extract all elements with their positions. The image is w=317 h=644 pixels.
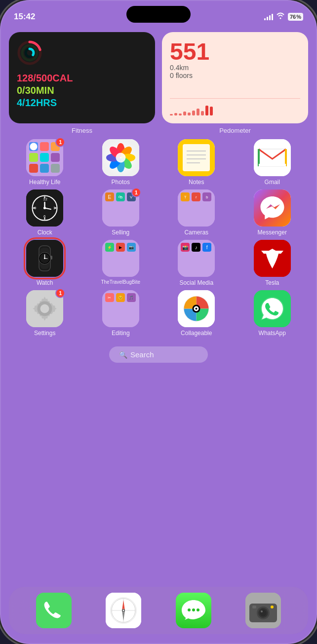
ped-floors: 0 floors (170, 72, 300, 79)
pedometer-label: Pedometer (162, 127, 308, 134)
settings-label: Settings (34, 330, 55, 337)
svg-point-52 (40, 304, 49, 313)
phone-icon-svg (36, 593, 72, 628)
socialmedia-icon: 📸 ♪ f (178, 240, 215, 277)
ped-km: 0.4km (170, 64, 300, 72)
app-whatsapp[interactable]: WhatsApp (237, 290, 309, 337)
widgets-row: 128/500CAL 0/30MIN 4/12HRS Fitness 551 0… (9, 32, 308, 123)
app-photos[interactable]: Photos (85, 139, 157, 186)
svg-point-71 (188, 608, 191, 611)
tesla-label: Tesla (265, 279, 279, 286)
messenger-icon-svg (254, 189, 291, 227)
svg-point-73 (197, 608, 199, 611)
selling-label: Selling (112, 229, 129, 236)
cameras-label: Cameras (184, 229, 208, 236)
svg-text:9: 9 (34, 206, 37, 210)
settings-badge: 1 (55, 288, 65, 298)
safari-icon-svg (106, 593, 141, 628)
search-placeholder: Search (130, 350, 154, 359)
fitness-widget-container: 128/500CAL 0/30MIN 4/12HRS Fitness (9, 32, 155, 123)
app-messenger[interactable]: Messenger (237, 189, 309, 236)
svg-rect-44 (50, 256, 52, 260)
search-icon: 🔍 (119, 351, 127, 359)
collageable-label: Collageable (181, 330, 212, 337)
healthy-life-label: Healthy Life (29, 179, 60, 186)
editing-icon: ✂ 😊 🎵 (102, 290, 139, 327)
status-icons: 76% (264, 12, 303, 21)
app-travelbug[interactable]: ⚡ ▶ 📷 TheTravelBugBite (85, 240, 157, 286)
healthy-life-icon: 1 (26, 139, 63, 176)
app-tesla[interactable]: Tesla (237, 240, 309, 286)
fitness-label: Fitness (9, 127, 155, 134)
svg-rect-59 (36, 593, 72, 628)
svg-point-81 (271, 606, 274, 608)
app-settings[interactable]: 1 Settings (9, 290, 81, 337)
dock-phone[interactable] (36, 593, 72, 628)
selling-icon: 1 E 🛍 V (102, 189, 139, 227)
fitness-min: 0/30MIN (17, 85, 147, 96)
dock (9, 587, 308, 634)
whatsapp-icon-svg (254, 290, 291, 327)
app-collageable[interactable]: Collageable (160, 290, 233, 337)
dock-messages[interactable] (176, 593, 211, 628)
whatsapp-label: WhatsApp (259, 330, 286, 337)
app-clock[interactable]: 12 3 6 9 Clock (9, 189, 81, 236)
clock-icon-svg: 12 3 6 9 (26, 189, 63, 227)
tesla-icon (254, 240, 291, 277)
svg-point-79 (261, 610, 263, 612)
notes-label: Notes (189, 179, 204, 186)
svg-rect-24 (259, 164, 286, 166)
svg-text:3: 3 (53, 206, 56, 210)
app-gmail[interactable]: Gmail (237, 139, 309, 186)
settings-icon: 1 (26, 290, 63, 327)
svg-point-78 (260, 609, 267, 616)
watch-icon-svg (26, 240, 63, 277)
notch (126, 6, 191, 23)
svg-text:12: 12 (43, 197, 47, 201)
fitness-cal: 128/500CAL (17, 73, 147, 84)
dock-safari[interactable] (106, 593, 141, 628)
fitness-stats: 128/500CAL 0/30MIN 4/12HRS (17, 73, 147, 109)
clock-label: Clock (38, 229, 52, 236)
fitness-hrs: 4/12HRS (17, 97, 147, 109)
socialmedia-label: Social Media (179, 279, 213, 286)
watch-label: Watch (37, 279, 53, 286)
svg-rect-80 (252, 606, 256, 608)
selling-badge: 1 (131, 188, 141, 197)
dock-camera[interactable] (245, 593, 281, 628)
app-watch[interactable]: Watch (9, 240, 81, 286)
whatsapp-icon (254, 290, 291, 327)
ped-chart (170, 101, 300, 115)
notes-icon (178, 139, 215, 176)
status-time: 15:42 (14, 12, 35, 22)
svg-point-57 (196, 308, 198, 310)
app-healthy-life[interactable]: 1 (9, 139, 81, 186)
svg-rect-17 (183, 144, 210, 171)
tesla-icon-svg (254, 240, 291, 277)
search-bar[interactable]: 🔍 Search (109, 346, 208, 363)
svg-point-15 (116, 153, 125, 163)
svg-point-69 (123, 610, 124, 611)
apps-row-4: 1 Settings (9, 290, 308, 337)
apps-row-3: Watch ⚡ ▶ 📷 TheTravelBugBite (9, 240, 308, 286)
healthy-life-badge: 1 (55, 137, 65, 147)
battery-indicator: 76% (288, 13, 303, 21)
gmail-icon (254, 139, 291, 176)
pedometer-widget[interactable]: 551 0.4km 0 floors (162, 32, 308, 123)
clock-icon: 12 3 6 9 (26, 189, 63, 227)
svg-text:6: 6 (43, 214, 46, 219)
app-socialmedia[interactable]: 📸 ♪ f Social Media (160, 240, 233, 286)
app-notes[interactable]: Notes (160, 139, 233, 186)
app-cameras[interactable]: T r b Cameras (160, 189, 233, 236)
apps-row-1: 1 (9, 139, 308, 186)
notes-icon-svg (178, 139, 215, 176)
app-editing[interactable]: ✂ 😊 🎵 Editing (85, 290, 157, 337)
messenger-label: Messenger (258, 229, 287, 236)
fitness-widget[interactable]: 128/500CAL 0/30MIN 4/12HRS (9, 32, 155, 123)
camera-icon-svg (245, 593, 281, 628)
svg-point-37 (43, 207, 46, 209)
apps-row-2: 12 3 6 9 Clock (9, 189, 308, 236)
app-selling[interactable]: 1 E 🛍 V Sellin (85, 189, 157, 236)
wifi-icon (276, 12, 285, 21)
svg-point-72 (192, 608, 195, 611)
